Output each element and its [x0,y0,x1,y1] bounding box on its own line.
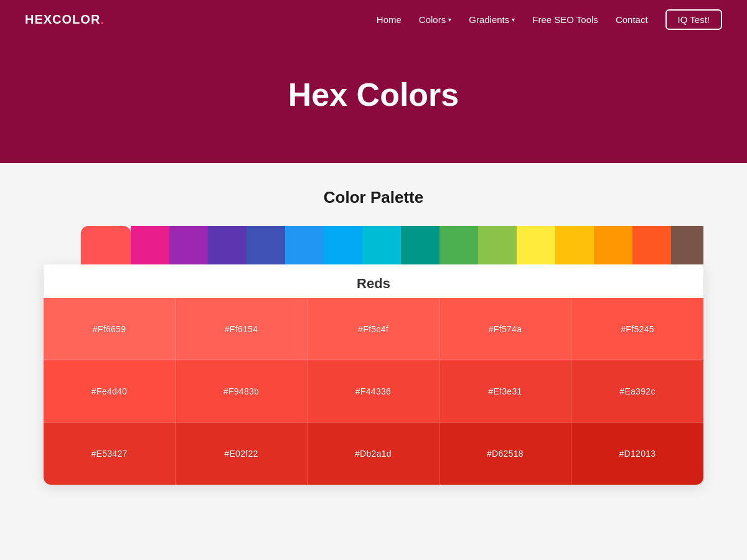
color-cell-0-2[interactable]: #Ff5c4f [308,298,439,360]
color-cell-2-4[interactable]: #D12013 [571,422,703,485]
color-cell-0-0[interactable]: #Ff6659 [44,298,176,360]
color-hex-label: #Ef3e31 [488,386,522,396]
color-hex-label: #D62518 [487,449,524,459]
color-tab-lime[interactable] [478,226,517,264]
color-tab-pinks[interactable] [131,226,169,264]
color-tab-purples[interactable] [169,226,208,264]
color-hex-label: #Ff6659 [93,324,126,334]
main-content: Color Palette Reds #Ff6659#Ff6154#Ff5c4f… [0,163,747,522]
color-tab-blue[interactable] [285,226,324,264]
gradients-dropdown-icon: ▾ [512,16,515,23]
color-tab-green[interactable] [439,226,478,264]
nav-logo[interactable]: HEXCOLOR. [25,12,104,27]
color-tab-light-blue[interactable] [324,226,362,264]
color-tab-deep-orange[interactable] [632,226,671,264]
color-hex-label: #Ff5245 [621,324,654,334]
nav-contact[interactable]: Contact [616,14,648,25]
color-cell-1-4[interactable]: #Ea392c [571,360,703,422]
palette-card: Reds #Ff6659#Ff6154#Ff5c4f#Ff574a#Ff5245… [44,264,703,485]
color-tab-indigo[interactable] [247,226,285,264]
color-hex-label: #F44336 [355,386,391,396]
hero-section: Hex Colors [0,39,747,163]
color-tabs-bar [44,226,703,264]
color-hex-label: #Db2a1d [355,449,392,459]
color-hex-label: #E53427 [91,449,127,459]
color-hex-label: #Fe4d40 [92,386,127,396]
section-title: Color Palette [12,188,735,207]
color-cell-1-0[interactable]: #Fe4d40 [44,360,176,422]
nav-home[interactable]: Home [377,14,402,25]
nav-links: Home Colors ▾ Gradients ▾ Free SEO Tools… [377,9,722,30]
palette-header: Reds [44,264,703,298]
color-tab-orange[interactable] [594,226,632,264]
nav-colors-link[interactable]: Colors [419,14,446,25]
palette-container: Reds #Ff6659#Ff6154#Ff5c4f#Ff574a#Ff5245… [44,226,703,485]
nav-gradients[interactable]: Gradients ▾ [469,14,515,25]
color-tab-reds[interactable] [81,226,131,264]
color-tab-violet[interactable] [208,226,247,264]
color-grid: #Ff6659#Ff6154#Ff5c4f#Ff574a#Ff5245#Fe4d… [44,298,703,485]
navbar: HEXCOLOR. Home Colors ▾ Gradients ▾ Free… [0,0,747,39]
color-tab-brown[interactable] [671,226,703,264]
nav-gradients-link[interactable]: Gradients [469,14,509,25]
hero-title: Hex Colors [12,76,735,113]
color-tab-cyan[interactable] [362,226,401,264]
color-hex-label: #E02f22 [224,449,258,459]
color-tab-teal[interactable] [401,226,439,264]
color-cell-2-2[interactable]: #Db2a1d [308,422,439,485]
colors-dropdown-icon: ▾ [448,16,451,23]
color-hex-label: #F9483b [223,386,259,396]
color-cell-1-2[interactable]: #F44336 [308,360,439,422]
color-cell-0-3[interactable]: #Ff574a [439,298,571,360]
color-cell-1-1[interactable]: #F9483b [176,360,308,422]
color-hex-label: #Ff5c4f [358,324,388,334]
nav-colors[interactable]: Colors ▾ [419,14,451,25]
color-cell-2-0[interactable]: #E53427 [44,422,176,485]
color-cell-0-1[interactable]: #Ff6154 [176,298,308,360]
nav-seo-tools[interactable]: Free SEO Tools [532,14,598,25]
color-cell-0-4[interactable]: #Ff5245 [571,298,703,360]
color-hex-label: #D12013 [619,449,656,459]
color-tab-yellow[interactable] [517,226,555,264]
color-cell-1-3[interactable]: #Ef3e31 [439,360,571,422]
color-hex-label: #Ff6154 [225,324,258,334]
color-tab-amber[interactable] [555,226,594,264]
color-cell-2-3[interactable]: #D62518 [439,422,571,485]
color-hex-label: #Ff574a [489,324,522,334]
nav-cta-button[interactable]: IQ Test! [665,9,722,30]
color-hex-label: #Ea392c [619,386,655,396]
color-cell-2-1[interactable]: #E02f22 [176,422,308,485]
